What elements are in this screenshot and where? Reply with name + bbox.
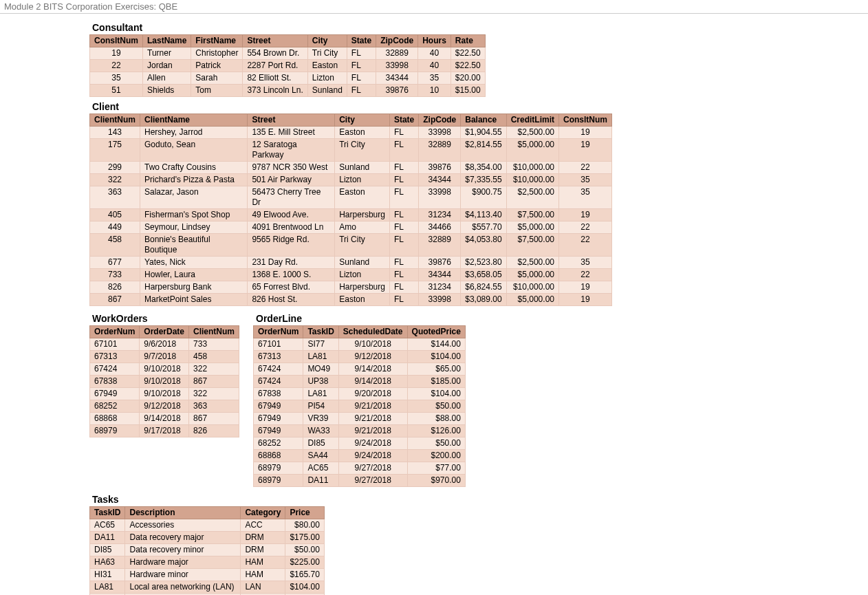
consultant-cell: Turner bbox=[143, 47, 191, 60]
workorders-cell: 9/10/2018 bbox=[140, 376, 189, 388]
tasks-cell: $225.00 bbox=[285, 556, 324, 569]
client-cell: $4,113.40 bbox=[461, 209, 506, 221]
table-row: 67949WA339/21/2018$126.00 bbox=[254, 425, 466, 437]
client-cell: FL bbox=[389, 281, 418, 294]
orderline-cell: $50.00 bbox=[407, 437, 465, 450]
workorders-cell: 67838 bbox=[90, 376, 140, 388]
client-cell: 1368 E. 1000 S. bbox=[248, 269, 335, 281]
client-header-row: ClientNumClientNameStreetCityStateZipCod… bbox=[90, 114, 612, 127]
client-cell: FL bbox=[389, 209, 418, 221]
consultant-cell: Shields bbox=[143, 85, 191, 97]
client-cell: Sunland bbox=[335, 162, 390, 174]
orderline-cell: $144.00 bbox=[407, 338, 465, 351]
client-cell: Tri City bbox=[335, 234, 390, 257]
table-row: 679499/10/2018322 bbox=[90, 388, 239, 400]
client-cell: 231 Day Rd. bbox=[248, 257, 335, 269]
client-table: ClientNumClientNameStreetCityStateZipCod… bbox=[89, 113, 612, 306]
client-cell: 19 bbox=[558, 139, 611, 162]
consultant-cell: 35 bbox=[418, 72, 451, 85]
tasks-cell: Local area networking (LAN) bbox=[125, 581, 241, 594]
workorders-cell: 68252 bbox=[90, 400, 140, 413]
client-cell: Harpersburg bbox=[335, 281, 390, 294]
workorders-cell: 67424 bbox=[90, 363, 140, 376]
client-cell: 31234 bbox=[419, 209, 461, 221]
orderline-cell: 9/24/2018 bbox=[338, 450, 407, 462]
orderline-cell: 68979 bbox=[254, 475, 303, 487]
client-cell: 4091 Brentwood Ln bbox=[248, 221, 335, 234]
tasks-cell: Hardware major bbox=[125, 556, 241, 569]
consultant-cell: Patrick bbox=[191, 60, 243, 72]
table-row: 458Bonnie's Beautiful Boutique9565 Ridge… bbox=[90, 234, 612, 257]
table-row: HA63Hardware majorHAM$225.00 bbox=[90, 556, 325, 569]
client-cell: 299 bbox=[90, 162, 140, 174]
orderline-cell: 67838 bbox=[254, 388, 303, 400]
tasks-cell: $175.00 bbox=[285, 532, 324, 544]
orderline-cell: 9/24/2018 bbox=[338, 437, 407, 450]
client-cell: 22 bbox=[558, 234, 611, 257]
table-row: 35AllenSarah82 Elliott St.LiztonFL343443… bbox=[90, 72, 486, 85]
consultant-header-cell: FirstName bbox=[191, 35, 243, 47]
consultant-header-cell: Rate bbox=[451, 35, 485, 47]
orderline-cell: $200.00 bbox=[407, 450, 465, 462]
client-cell: 135 E. Mill Street bbox=[248, 127, 335, 139]
workorders-cell: 67101 bbox=[90, 338, 140, 351]
table-row: 175Goduto, Sean12 Saratoga ParkwayTri Ci… bbox=[90, 139, 612, 162]
workorders-cell: 9/6/2018 bbox=[140, 338, 189, 351]
client-cell: 826 Host St. bbox=[248, 294, 335, 306]
consultant-header-cell: Street bbox=[243, 35, 307, 47]
consultant-cell: 373 Lincoln Ln. bbox=[243, 85, 307, 97]
consultant-header-cell: ZipCode bbox=[376, 35, 418, 47]
table-row: 449Seymour, Lindsey4091 Brentwood LnAmoF… bbox=[90, 221, 612, 234]
tasks-cell: HAM bbox=[241, 556, 285, 569]
consultant-cell: FL bbox=[347, 85, 376, 97]
table-row: 67424UP389/14/2018$185.00 bbox=[254, 376, 466, 388]
client-cell: Tri City bbox=[335, 139, 390, 162]
consultant-cell: Sunland bbox=[307, 85, 347, 97]
client-cell: 826 bbox=[90, 281, 140, 294]
consultant-cell: 82 Elliott St. bbox=[243, 72, 307, 85]
client-cell: 405 bbox=[90, 209, 140, 221]
orderline-cell: PI54 bbox=[303, 400, 338, 413]
client-cell: 33998 bbox=[419, 186, 461, 209]
client-cell: FL bbox=[389, 162, 418, 174]
client-cell: 322 bbox=[90, 174, 140, 186]
orderline-cell: DA11 bbox=[303, 475, 338, 487]
client-cell: 363 bbox=[90, 186, 140, 209]
client-cell: Hershey, Jarrod bbox=[140, 127, 248, 139]
client-cell: $3,089.00 bbox=[461, 294, 506, 306]
workorders-cell: 322 bbox=[189, 363, 239, 376]
orderline-cell: 67424 bbox=[254, 376, 303, 388]
client-cell: $8,354.00 bbox=[461, 162, 506, 174]
consultant-cell: $22.50 bbox=[451, 47, 485, 60]
table-row: 322Prichard's Pizza & Pasta501 Air Parkw… bbox=[90, 174, 612, 186]
client-cell: FL bbox=[389, 174, 418, 186]
consultant-cell: 33998 bbox=[376, 60, 418, 72]
consultant-header-cell: Hours bbox=[418, 35, 451, 47]
client-header-cell: ZipCode bbox=[419, 114, 461, 127]
client-header-cell: City bbox=[335, 114, 390, 127]
client-cell: $10,000.00 bbox=[506, 162, 558, 174]
orderline-header-cell: ScheduledDate bbox=[338, 326, 407, 338]
table-row: 363Salazar, Jason56473 Cherry Tree DrEas… bbox=[90, 186, 612, 209]
client-header-cell: Balance bbox=[461, 114, 506, 127]
tasks-cell: Hardware minor bbox=[125, 569, 241, 581]
consultant-cell: $20.00 bbox=[451, 72, 485, 85]
client-cell: $5,000.00 bbox=[506, 269, 558, 281]
table-row: 733Howler, Laura1368 E. 1000 S.LiztonFL3… bbox=[90, 269, 612, 281]
client-cell: $2,814.55 bbox=[461, 139, 506, 162]
client-cell: 501 Air Parkway bbox=[248, 174, 335, 186]
page-header: Module 2 BITS Corporation Exercises: QBE bbox=[0, 0, 868, 14]
consultant-header-cell: ConsltNum bbox=[90, 35, 143, 47]
table-row: 51ShieldsTom373 Lincoln Ln.SunlandFL3987… bbox=[90, 85, 486, 97]
tasks-header-row: TaskIDDescriptionCategoryPrice bbox=[90, 507, 325, 519]
client-cell: Prichard's Pizza & Pasta bbox=[140, 174, 248, 186]
table-row: 673139/7/2018458 bbox=[90, 351, 239, 363]
table-row: 22JordanPatrick2287 Port Rd.EastonFL3399… bbox=[90, 60, 486, 72]
table-row: 67424MO499/14/2018$65.00 bbox=[254, 363, 466, 376]
workorders-cell: 322 bbox=[189, 388, 239, 400]
workorders-cell: 826 bbox=[189, 425, 239, 437]
client-cell: MarketPoint Sales bbox=[140, 294, 248, 306]
client-cell: 9787 NCR 350 West bbox=[248, 162, 335, 174]
client-cell: Lizton bbox=[335, 174, 390, 186]
consultant-cell: Tri City bbox=[307, 47, 347, 60]
